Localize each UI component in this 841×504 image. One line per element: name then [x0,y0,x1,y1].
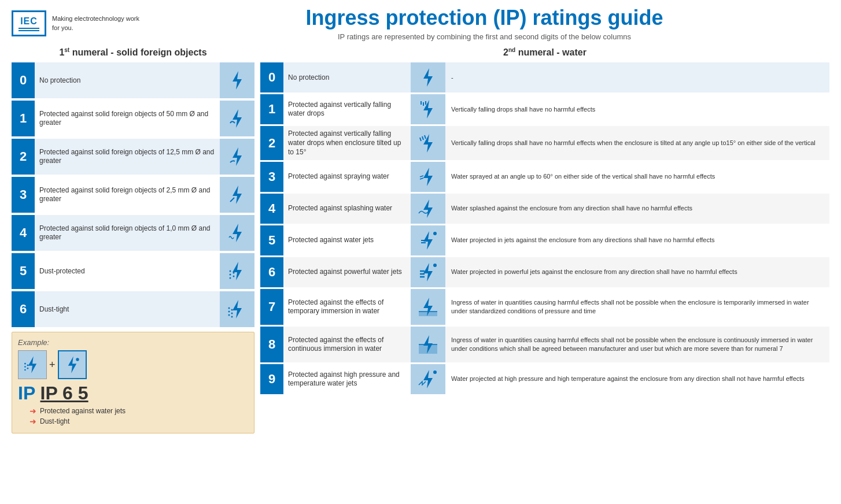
example-icon-2 [58,350,87,379]
svg-line-35 [420,138,421,141]
svg-line-37 [420,176,423,177]
water-number-7: 7 [260,289,283,325]
svg-point-26 [76,358,79,361]
arrow-right-icon: ➜ [29,406,36,416]
svg-point-56 [433,370,437,374]
water-icon-0 [411,62,445,92]
water-number-0: 0 [260,62,283,92]
solid-desc-1: Protected against solid foreign objects … [35,108,220,130]
example-arrow-2-text: Dust-tight [40,417,69,425]
example-arrows: ➜ Protected against water jets ➜ Dust-ti… [18,406,248,426]
water-number-9: 9 [260,364,283,394]
svg-point-17 [231,313,233,314]
solid-icon-3 [220,177,254,213]
example-arrow-1: ➜ Protected against water jets [29,406,248,416]
svg-point-8 [230,274,231,276]
bolt-hand-icon-1 [226,107,249,130]
svg-marker-25 [68,357,76,373]
bolt-dots-icon [226,260,249,283]
example-icon-1 [18,350,47,379]
svg-point-15 [228,314,230,316]
water-row-6: 6 Protected against powerful water jets … [260,257,829,287]
water-desc-6: Protected against powerful water jets [283,257,411,287]
water-desc-8: Protected against the effects of continu… [283,327,411,362]
example-ip-label: IP IP 6 5 [18,383,248,404]
solid-number-4: 4 [12,215,35,251]
svg-marker-28 [423,100,433,118]
svg-marker-44 [423,263,433,281]
water-detail-5: Water projected in jets against the encl… [445,225,829,255]
water-continuous-icon [416,333,440,356]
page-subtitle: IP ratings are represented by combining … [139,32,829,41]
svg-point-14 [228,311,230,313]
water-number-3: 3 [260,162,283,192]
bolt-dots2-icon [226,298,249,321]
iec-lines [19,28,39,31]
water-icon-6 [411,257,445,287]
iec-letters: IEC [20,16,38,27]
svg-rect-53 [419,344,437,354]
water-detail-9: Water projected at high pressure and hig… [445,364,829,394]
svg-line-38 [420,178,423,179]
water-bolt-icon-0 [416,66,440,89]
water-icon-3 [411,162,445,192]
iec-tagline: Making electrotechnology work for you. [52,14,139,32]
water-number-6: 6 [260,257,283,287]
water-row-8: 8 Protected against the effects of conti… [260,327,829,362]
water-icon-7 [411,289,445,325]
solid-row-3: 3 Protected against solid foreign object… [12,177,254,213]
water-desc-1: Protected against vertically falling wat… [283,94,411,124]
svg-marker-39 [423,199,433,218]
right-column-header: 2nd numeral - water [260,47,829,58]
svg-marker-55 [423,370,433,388]
solid-icon-2 [220,139,254,175]
water-desc-5: Protected against water jets [283,225,411,255]
water-highpressure-icon [416,368,440,391]
solid-desc-4: Protected against solid foreign objects … [35,222,220,244]
water-desc-9: Protected against high pressure and temp… [283,364,411,394]
water-desc-7: Protected against the effects of tempora… [283,289,411,325]
svg-point-11 [233,276,235,277]
svg-line-33 [422,136,423,140]
water-detail-2: Vertically falling drops shall have no h… [445,126,829,160]
water-row-2: 2 Protected against vertically falling w… [260,126,829,160]
solid-number-6: 6 [12,291,35,327]
water-row-4: 4 Protected against splashing water Wate… [260,194,829,224]
svg-point-10 [233,272,235,274]
solid-row-6: 6 Dust-tight [12,291,254,327]
example-bolt-dots-icon [22,354,43,375]
svg-point-23 [27,365,29,366]
water-detail-1: Vertically falling drops shall have no h… [445,94,829,124]
bolt-wire-icon [226,221,249,244]
svg-marker-19 [28,357,36,373]
solid-row-0: 0 No protection [12,62,254,98]
solid-desc-0: No protection [35,74,220,88]
water-detail-6: Water projected in powerful jets against… [445,257,829,287]
svg-point-7 [230,270,231,272]
svg-marker-3 [233,186,242,204]
page-title-area: Ingress protection (IP) ratings guide IP… [139,6,829,41]
example-icons-row: + [18,350,248,379]
water-number-4: 4 [260,194,283,224]
page-title: Ingress protection (IP) ratings guide [139,6,829,30]
water-splash-icon [416,197,440,220]
svg-line-4 [230,198,234,202]
content-area: 1st numeral - solid foreign objects 0 No… [0,47,841,433]
solid-icon-6 [220,291,254,327]
svg-rect-50 [419,312,437,316]
water-powerjet-icon [416,261,440,284]
water-drops-icon [416,98,440,121]
svg-marker-36 [423,168,433,186]
example-arrow-2: ➜ Dust-tight [29,417,248,426]
water-detail-4: Water splashed against the enclosure fro… [445,194,829,224]
svg-point-9 [230,277,231,279]
solid-icon-1 [220,101,254,136]
solid-row-5: 5 Dust-protected [12,253,254,289]
svg-marker-27 [423,68,433,87]
left-column-header: 1st numeral - solid foreign objects [12,47,254,58]
water-detail-0: - [445,62,829,92]
example-plus: + [49,359,56,371]
svg-point-20 [24,363,26,365]
svg-point-13 [228,307,230,309]
svg-point-16 [231,309,233,311]
